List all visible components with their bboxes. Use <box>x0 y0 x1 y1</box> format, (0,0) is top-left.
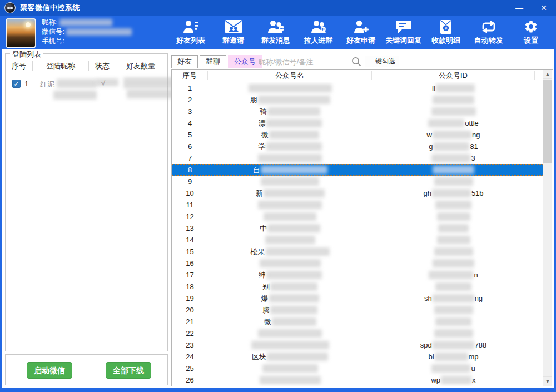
row-account-id: wpx <box>372 376 535 384</box>
scrollbar-thumb[interactable] <box>543 80 552 163</box>
window-bottom-border <box>0 388 556 392</box>
tab-groups[interactable]: 群聊 <box>200 55 226 68</box>
row-account-id: 3 <box>372 154 535 162</box>
table-row-15[interactable]: 15松果 <box>172 246 544 257</box>
minimize-button[interactable]: — <box>507 0 532 16</box>
table-row-9[interactable]: 9 <box>172 176 544 187</box>
table-row-7[interactable]: 73 <box>172 152 544 164</box>
table-row-22[interactable]: 22 <box>172 328 544 339</box>
nav-item-4[interactable]: 拉人进群 <box>299 17 338 49</box>
redacted-id <box>434 306 473 314</box>
scroll-down-icon[interactable]: ▼ <box>543 376 552 386</box>
search-input[interactable] <box>259 55 361 68</box>
redacted-id <box>434 177 473 186</box>
table-row-1[interactable]: 1fl <box>172 82 544 94</box>
redacted-name <box>267 224 320 232</box>
nav-item-2[interactable]: 群邀请 <box>214 17 253 49</box>
table-row-10[interactable]: 10新gh51b <box>172 187 544 199</box>
login-row[interactable]: ✓ 1 红泥 √ <box>6 76 167 104</box>
table-row-14[interactable]: 14 <box>172 234 544 246</box>
row-num: 11 <box>172 201 208 209</box>
redacted-name <box>262 364 318 373</box>
table-row-23[interactable]: 23spd788 <box>172 339 544 351</box>
redacted-name <box>258 154 322 162</box>
table-row-19[interactable]: 19爆shng <box>172 292 544 304</box>
redacted-name <box>258 201 322 209</box>
row-num: 3 <box>172 107 208 116</box>
redacted-id <box>437 212 470 221</box>
search-icon[interactable] <box>351 56 362 67</box>
row-account-name <box>208 259 372 267</box>
redacted-id <box>433 96 474 104</box>
redacted-name <box>266 142 322 151</box>
nav-item-1[interactable]: 好友列表 <box>171 17 210 49</box>
table-row-26[interactable]: 26wpx <box>172 374 544 386</box>
row-account-name <box>208 201 372 209</box>
redacted-name <box>261 166 327 174</box>
login-name-redacted2 <box>53 91 97 100</box>
user-avatar <box>6 18 36 48</box>
scroll-up-icon[interactable]: ▲ <box>543 70 552 79</box>
row-account-id: shng <box>372 294 535 302</box>
nav-item-7[interactable]: ¥收款明细 <box>426 17 465 49</box>
table-row-12[interactable]: 12 <box>172 211 544 222</box>
table-row-6[interactable]: 6学g81 <box>172 141 544 152</box>
nickname-redacted <box>59 19 112 26</box>
table-row-24[interactable]: 24区块blmp <box>172 351 544 363</box>
table-row-3[interactable]: 3骑 <box>172 106 544 117</box>
row-account-name: 自 <box>208 165 372 175</box>
login-row-checkbox[interactable]: ✓ <box>12 80 21 88</box>
vertical-scrollbar[interactable]: ▲ ▼ <box>543 70 552 386</box>
select-all-button[interactable]: 一键勾选 <box>365 56 399 67</box>
table-row-20[interactable]: 20腾 <box>172 304 544 316</box>
row-account-name: 微 <box>208 317 372 327</box>
login-list-title: 登陆列表 <box>10 49 43 59</box>
search-field-wrap <box>259 55 361 68</box>
row-num: 25 <box>172 364 208 373</box>
row-account-id: u <box>372 364 535 373</box>
table-row-25[interactable]: 25u <box>172 363 544 374</box>
redacted-name <box>272 317 316 326</box>
table-row-16[interactable]: 16 <box>172 257 544 269</box>
table-row-2[interactable]: 2朋 <box>172 94 544 106</box>
row-account-id: ottle <box>372 119 535 127</box>
row-account-name: 朋 <box>208 95 372 105</box>
row-num: 9 <box>172 177 208 186</box>
table-row-8[interactable]: 8自 <box>172 164 544 176</box>
row-num: 5 <box>172 131 208 139</box>
row-account-name: 微 <box>208 130 372 140</box>
close-button[interactable]: ✕ <box>532 0 556 16</box>
nickname-label: 昵称: <box>42 18 57 28</box>
col-序号-2: 序号 <box>172 71 207 81</box>
nav-item-3[interactable]: 群发消息 <box>256 17 295 49</box>
table-row-11[interactable]: 11 <box>172 199 544 211</box>
table-row-18[interactable]: 18别 <box>172 281 544 292</box>
mass-message-icon <box>267 18 284 35</box>
table-row-21[interactable]: 21微 <box>172 316 544 328</box>
start-wechat-button[interactable]: 启动微信 <box>27 362 72 379</box>
row-account-id: fl <box>372 84 535 92</box>
redacted-id <box>435 353 468 361</box>
row-num: 1 <box>172 84 208 92</box>
tab-official-accounts[interactable]: 公众号 <box>228 55 262 68</box>
tab-friends[interactable]: 好友 <box>171 55 198 68</box>
table-row-4[interactable]: 4漂ottle <box>172 117 544 129</box>
nav-item-5[interactable]: 好友申请 <box>341 17 380 49</box>
table-row-17[interactable]: 17绅n <box>172 269 544 281</box>
nav-label: 群发消息 <box>261 36 290 46</box>
redacted-name <box>260 376 321 384</box>
table-row-13[interactable]: 13中 <box>172 222 544 234</box>
nav-item-9[interactable]: 设置 <box>512 17 550 49</box>
nav-item-8[interactable]: 自动转发 <box>469 17 508 49</box>
row-account-id <box>372 259 535 267</box>
redacted-id <box>437 236 470 244</box>
nav-label: 自动转发 <box>474 36 503 46</box>
nav-item-6[interactable]: 关键词回复 <box>384 17 423 49</box>
row-account-id <box>372 247 535 256</box>
table-row-5[interactable]: 5微wng <box>172 129 544 141</box>
row-num: 7 <box>172 154 208 162</box>
row-num: 8 <box>172 166 208 174</box>
redacted-id <box>432 189 471 197</box>
all-offline-button[interactable]: 全部下线 <box>106 362 151 379</box>
row-account-id: blmp <box>372 353 535 361</box>
